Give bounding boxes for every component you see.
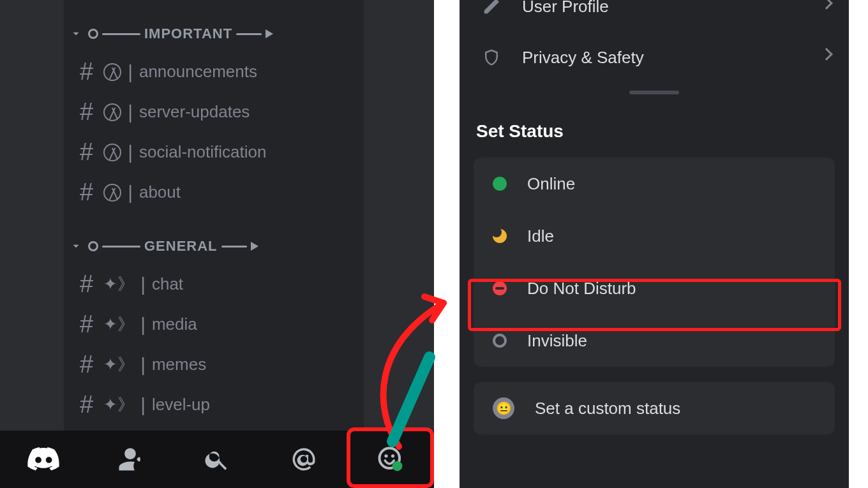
separator: |: [128, 142, 133, 163]
status-label: Online: [527, 174, 575, 194]
category-header-general[interactable]: GENERAL: [70, 238, 364, 255]
globe-icon: [103, 103, 121, 121]
emoji-icon: 😐: [493, 397, 514, 419]
separator: |: [128, 61, 133, 83]
status-options-card: Online Idle Do Not Disturb Invisible: [474, 158, 835, 367]
channel-name: about: [139, 182, 181, 202]
status-label: Idle: [527, 226, 554, 246]
star-icon: ✦》: [103, 353, 134, 376]
invisible-status-icon: [493, 334, 507, 348]
decorative-line: [102, 246, 140, 248]
status-sheet-panel: User Profile Privacy & Safety Set Status…: [460, 0, 849, 488]
hash-icon: #: [80, 179, 93, 206]
status-label: Do Not Disturb: [527, 279, 636, 299]
status-label: Invisible: [527, 331, 587, 351]
hash-icon: #: [80, 391, 93, 418]
arrow-right-icon: [266, 29, 273, 38]
separator: |: [128, 101, 133, 123]
emoji-status-icon: [377, 446, 404, 473]
status-option-online[interactable]: Online: [474, 158, 835, 210]
channel-name: memes: [152, 355, 206, 374]
decorative-dot: [88, 241, 98, 251]
category-label: IMPORTANT: [144, 26, 232, 42]
star-icon: ✦》: [103, 394, 134, 416]
hash-icon: #: [80, 58, 93, 85]
separator: |: [140, 314, 146, 336]
svg-point-2: [391, 454, 394, 457]
settings-row-label: Privacy & Safety: [522, 48, 644, 68]
channel-server-updates[interactable]: # | server-updates: [64, 92, 364, 132]
separator: |: [140, 394, 146, 416]
chevron-down-icon: [70, 240, 82, 252]
pencil-icon: [479, 0, 504, 16]
shield-icon: [479, 48, 504, 67]
svg-point-1: [384, 454, 387, 457]
hash-icon: #: [80, 138, 93, 166]
status-option-idle[interactable]: Idle: [474, 210, 835, 262]
channel-memes[interactable]: # ✦》 | memes: [64, 344, 364, 385]
sheet-grab-handle[interactable]: [629, 91, 679, 94]
channel-chat[interactable]: # ✦》 | chat: [64, 264, 364, 304]
channel-level-up[interactable]: # ✦》 | level-up: [64, 385, 364, 425]
set-custom-status[interactable]: 😐 Set a custom status: [474, 382, 835, 434]
star-icon: ✦》: [103, 313, 134, 336]
discord-channel-panel: IMPORTANT # | announcements # | server-u…: [0, 0, 434, 488]
decorative-line: [102, 33, 140, 35]
arrow-right-icon: [251, 242, 258, 251]
nav-search[interactable]: [174, 431, 260, 488]
discord-logo-icon: [27, 447, 59, 471]
separator: |: [140, 274, 146, 295]
channel-social-notification[interactable]: # | social-notification: [64, 132, 364, 172]
settings-row-label: User Profile: [522, 0, 609, 17]
channel-name: announcements: [139, 62, 257, 82]
globe-icon: [103, 144, 121, 161]
globe-icon: [103, 63, 121, 81]
hash-icon: #: [80, 311, 93, 338]
at-icon: [290, 446, 317, 473]
channel-media[interactable]: # ✦》 | media: [64, 304, 364, 344]
nav-discord[interactable]: [0, 431, 87, 488]
channel-announcements[interactable]: # | announcements: [64, 52, 364, 92]
online-status-icon: [493, 177, 507, 191]
star-icon: ✦》: [103, 273, 134, 295]
chevron-down-icon: [70, 28, 82, 40]
channel-name: social-notification: [139, 142, 266, 162]
channel-list: IMPORTANT # | announcements # | server-u…: [64, 0, 364, 488]
channel-name: level-up: [152, 395, 210, 415]
category-header-important[interactable]: IMPORTANT: [70, 26, 364, 42]
svg-point-3: [393, 461, 403, 471]
channel-name: server-updates: [139, 102, 250, 122]
decorative-line: [236, 33, 262, 35]
globe-icon: [103, 184, 121, 202]
settings-row-user-profile[interactable]: User Profile: [460, 0, 849, 32]
status-option-dnd[interactable]: Do Not Disturb: [474, 262, 835, 314]
category-label: GENERAL: [144, 238, 218, 255]
custom-status-card: 😐 Set a custom status: [474, 382, 835, 434]
sheet-title: Set Status: [460, 102, 849, 158]
dnd-status-icon: [493, 281, 507, 295]
custom-status-label: Set a custom status: [535, 399, 680, 418]
hash-icon: #: [80, 351, 93, 378]
settings-row-privacy[interactable]: Privacy & Safety: [460, 32, 849, 83]
chevron-right-icon: [820, 0, 833, 10]
nav-mentions[interactable]: [260, 431, 347, 488]
person-wave-icon: [117, 446, 144, 473]
separator: |: [140, 354, 146, 376]
channel-name: chat: [152, 274, 183, 294]
decorative-dot: [88, 29, 98, 39]
nav-friends[interactable]: [87, 431, 174, 488]
search-icon: [204, 446, 230, 473]
channel-about[interactable]: # | about: [64, 172, 364, 212]
hash-icon: #: [80, 270, 93, 298]
idle-status-icon: [493, 229, 507, 243]
nav-profile-status[interactable]: [347, 431, 434, 488]
chevron-right-icon: [820, 48, 833, 61]
status-option-invisible[interactable]: Invisible: [474, 314, 835, 367]
separator: |: [128, 182, 133, 203]
channel-name: media: [152, 314, 197, 334]
decorative-line: [221, 246, 247, 248]
bottom-nav: [0, 431, 434, 488]
hash-icon: #: [80, 98, 93, 126]
